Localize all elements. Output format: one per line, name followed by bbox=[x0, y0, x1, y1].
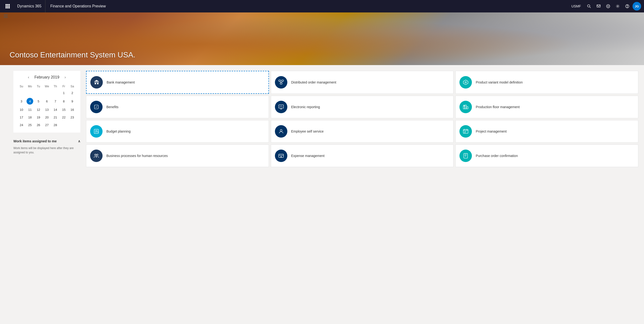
tile-bank-management[interactable]: Bank management bbox=[86, 71, 269, 94]
svg-point-9 bbox=[588, 5, 590, 7]
svg-point-43 bbox=[280, 129, 282, 131]
sidebar-toggle-button[interactable] bbox=[0, 13, 12, 20]
tile-expense-management[interactable]: Expense management bbox=[271, 145, 454, 167]
tile-label-bank-management: Bank management bbox=[106, 80, 135, 85]
calendar-day[interactable]: 17 bbox=[17, 113, 26, 121]
calendar-next-button[interactable]: › bbox=[63, 75, 67, 80]
calendar-day[interactable]: 2 bbox=[68, 89, 76, 97]
calendar-day[interactable]: 8 bbox=[60, 97, 68, 106]
calendar-day[interactable]: 16 bbox=[68, 106, 76, 113]
calendar-day bbox=[34, 89, 42, 97]
calendar-prev-button[interactable]: ‹ bbox=[26, 75, 30, 80]
help-button[interactable] bbox=[623, 2, 632, 11]
svg-point-56 bbox=[281, 156, 282, 157]
tile-icon-budget-planning bbox=[90, 125, 102, 138]
calendar-day[interactable]: 18 bbox=[26, 113, 34, 121]
calendar-day[interactable]: 23 bbox=[68, 113, 76, 121]
left-panel: ‹ February 2019 › SuMoTuWeThFrSa 1234567… bbox=[14, 71, 80, 318]
tile-electronic-reporting[interactable]: Electronic reporting bbox=[271, 96, 454, 118]
messages-button[interactable] bbox=[594, 2, 603, 11]
calendar-day[interactable]: 21 bbox=[51, 113, 60, 121]
calendar-day[interactable]: 20 bbox=[43, 113, 51, 121]
calendar-day[interactable]: 15 bbox=[60, 106, 68, 113]
calendar-day[interactable]: 24 bbox=[17, 121, 26, 129]
tile-icon-benefits bbox=[90, 101, 102, 113]
tiles-panel: Bank managementDistributed order managem… bbox=[86, 71, 638, 318]
tile-label-benefits: Benefits bbox=[106, 105, 118, 109]
calendar-day[interactable]: 26 bbox=[34, 121, 42, 129]
calendar-day[interactable]: 1 bbox=[60, 89, 68, 97]
tile-icon-employee-self-service bbox=[275, 125, 287, 138]
calendar-day-header: Sa bbox=[68, 84, 76, 89]
work-items-body: Work items will be displayed here after … bbox=[14, 145, 80, 156]
svg-line-25 bbox=[281, 81, 282, 83]
tile-label-production-floor-management: Production floor management bbox=[476, 105, 520, 109]
calendar-day[interactable]: 7 bbox=[51, 97, 60, 106]
tile-label-purchase-order-confirmation: Purchase order confirmation bbox=[476, 154, 518, 158]
svg-rect-54 bbox=[279, 154, 284, 157]
calendar-day-header: We bbox=[43, 84, 51, 89]
work-items-header[interactable]: Work items assigned to me ∧ bbox=[14, 137, 80, 145]
tile-production-floor-management[interactable]: Production floor management bbox=[456, 96, 638, 118]
calendar-day[interactable]: 9 bbox=[68, 97, 76, 106]
calendar-day[interactable]: 14 bbox=[51, 106, 60, 113]
tile-icon-project-management bbox=[460, 125, 472, 138]
svg-point-12 bbox=[606, 5, 610, 8]
svg-point-14 bbox=[608, 6, 609, 6]
waffle-menu-button[interactable] bbox=[3, 2, 12, 11]
company-selector[interactable]: USMF bbox=[568, 4, 584, 8]
calendar-day[interactable]: 19 bbox=[34, 113, 42, 121]
tile-label-business-processes-hr: Business processes for human resources bbox=[106, 154, 168, 158]
calendar-day[interactable]: 11 bbox=[26, 106, 34, 113]
svg-rect-23 bbox=[280, 83, 282, 84]
tile-purchase-order-confirmation[interactable]: Purchase order confirmation bbox=[456, 145, 638, 167]
tile-label-employee-self-service: Employee self service bbox=[291, 129, 324, 134]
tile-benefits[interactable]: Benefits bbox=[86, 96, 269, 118]
svg-line-24 bbox=[280, 81, 281, 83]
company-name: Contoso Entertainment System USA. bbox=[10, 51, 135, 59]
feedback-button[interactable] bbox=[604, 2, 612, 11]
svg-rect-21 bbox=[279, 80, 281, 81]
tile-label-budget-planning: Budget planning bbox=[106, 129, 130, 134]
svg-rect-1 bbox=[7, 4, 8, 5]
svg-point-51 bbox=[96, 154, 98, 156]
svg-line-10 bbox=[590, 7, 591, 8]
calendar-day-header: Fr bbox=[60, 84, 68, 89]
tile-project-management[interactable]: Project management bbox=[456, 120, 638, 143]
tile-product-variant-model-definition[interactable]: Product variant model definition bbox=[456, 71, 638, 94]
topnav-right-section: USMF bbox=[568, 2, 641, 11]
main-content: ‹ February 2019 › SuMoTuWeThFrSa 1234567… bbox=[0, 65, 644, 324]
svg-rect-8 bbox=[8, 7, 10, 8]
calendar-day-header: Th bbox=[51, 84, 60, 89]
calendar-day[interactable]: 12 bbox=[34, 106, 42, 113]
tile-business-processes-hr[interactable]: Business processes for human resources bbox=[86, 145, 269, 167]
tile-distributed-order-management[interactable]: Distributed order management bbox=[271, 71, 454, 94]
user-avatar[interactable]: JG bbox=[632, 2, 641, 11]
calendar-day[interactable]: 3 bbox=[17, 97, 26, 106]
tile-employee-self-service[interactable]: Employee self service bbox=[271, 120, 454, 143]
calendar-day[interactable]: 6 bbox=[43, 97, 51, 106]
brand-name[interactable]: Dynamics 365 bbox=[14, 0, 46, 13]
calendar-day[interactable]: 5 bbox=[34, 97, 42, 106]
svg-rect-19 bbox=[4, 16, 8, 16]
svg-rect-4 bbox=[7, 6, 8, 7]
svg-point-13 bbox=[608, 6, 608, 6]
calendar-day[interactable]: 28 bbox=[51, 121, 60, 129]
tile-icon-business-processes-hr bbox=[90, 150, 102, 162]
calendar-day[interactable]: 4 bbox=[26, 97, 34, 106]
calendar-day-header: Su bbox=[17, 84, 26, 89]
calendar-day[interactable]: 22 bbox=[60, 113, 68, 121]
settings-button[interactable] bbox=[614, 2, 622, 11]
calendar-day[interactable]: 27 bbox=[43, 121, 51, 129]
calendar-day[interactable]: 25 bbox=[26, 121, 34, 129]
tile-icon-purchase-order-confirmation bbox=[460, 150, 472, 162]
tile-budget-planning[interactable]: Budget planning bbox=[86, 120, 269, 143]
tile-icon-product-variant-model-definition bbox=[460, 76, 472, 89]
calendar-day bbox=[51, 89, 60, 97]
svg-rect-0 bbox=[6, 4, 7, 5]
calendar-day[interactable]: 10 bbox=[17, 106, 26, 113]
work-items-section: Work items assigned to me ∧ Work items w… bbox=[14, 137, 80, 156]
calendar-day[interactable]: 13 bbox=[43, 106, 51, 113]
calendar-day-header: Mo bbox=[26, 84, 34, 89]
search-button[interactable] bbox=[585, 2, 593, 11]
